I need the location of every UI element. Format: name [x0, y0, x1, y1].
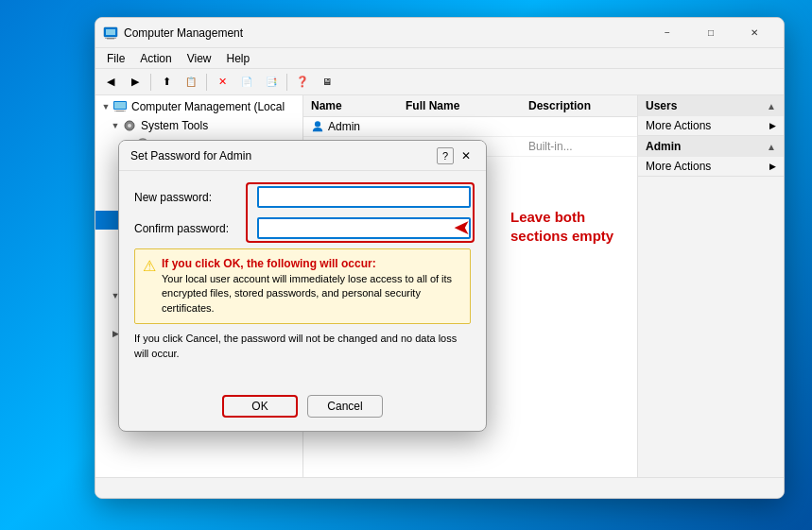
confirm-password-label: Confirm password:	[134, 222, 257, 235]
warning-icon: ⚠	[143, 257, 156, 316]
title-bar: Computer Management − □ ✕	[95, 18, 784, 48]
cancel-info-text: If you click Cancel, the password will n…	[134, 332, 471, 361]
submenu-arrow: ▶	[769, 121, 776, 130]
actions-panel: Users ▲ More Actions ▶ Admin ▲ More Acti…	[637, 95, 784, 477]
actions-header-admin: Admin ▲	[638, 136, 784, 157]
warning-box: ⚠ If you click OK, the following will oc…	[134, 248, 471, 324]
computer-icon	[112, 99, 128, 114]
table-header: Name Full Name Description	[303, 95, 637, 117]
svg-rect-7	[114, 111, 126, 112]
sidebar-label-computer-management: Computer Management (Local	[131, 100, 285, 113]
new-password-row: New password:	[134, 186, 471, 208]
menu-view[interactable]: View	[180, 50, 219, 67]
svg-rect-1	[106, 29, 115, 35]
expand-icon: ▼	[99, 102, 112, 111]
delete-button[interactable]: ✕	[211, 72, 233, 93]
user-row-icon	[311, 120, 324, 133]
new-password-label: New password:	[134, 191, 257, 204]
status-bar	[95, 477, 784, 498]
confirm-password-input[interactable]	[257, 217, 471, 239]
up-button[interactable]: ⬆	[155, 72, 178, 93]
menu-file[interactable]: File	[99, 50, 132, 67]
sidebar-item-computer-management[interactable]: ▼ Computer Management (Local	[95, 97, 302, 116]
dialog-controls: ? ✕	[437, 147, 475, 164]
col-header-description: Description	[528, 99, 630, 112]
window-controls: − □ ✕	[646, 18, 776, 48]
refresh-button[interactable]: 📑	[260, 72, 283, 93]
maximize-button[interactable]: □	[689, 18, 733, 48]
actions-header-users: Users ▲	[638, 95, 784, 116]
cell-name: Admin	[311, 120, 406, 133]
menu-action[interactable]: Action	[132, 50, 179, 67]
close-button[interactable]: ✕	[733, 18, 776, 48]
menu-bar: File Action View Help	[95, 48, 784, 69]
collapse-arrow: ▲	[767, 101, 776, 111]
app-icon	[103, 26, 118, 41]
warning-title: If you click OK, the following will occu…	[162, 257, 462, 270]
separator-3	[286, 74, 287, 91]
svg-point-35	[315, 121, 320, 127]
back-button[interactable]: ◀	[99, 72, 122, 93]
col-header-fullname: Full Name	[406, 99, 528, 112]
svg-rect-5	[114, 102, 126, 109]
expand-icon: ▼	[109, 121, 122, 130]
dialog-body: New password: Confirm password: ⚠ If you…	[119, 171, 486, 387]
table-row[interactable]: Admin	[303, 117, 637, 137]
actions-section-users: Users ▲ More Actions ▶	[638, 95, 784, 136]
actions-more-actions-admin[interactable]: More Actions ▶	[638, 157, 784, 176]
dialog-footer: OK Cancel	[119, 387, 486, 431]
window-title: Computer Management	[124, 26, 646, 40]
svg-point-9	[128, 124, 131, 128]
separator-1	[150, 74, 151, 91]
col-header-name: Name	[311, 99, 406, 112]
properties-button[interactable]: 📄	[235, 72, 258, 93]
confirm-password-row: Confirm password:	[134, 217, 471, 239]
toolbar: ◀ ▶ ⬆ 📋 ✕ 📄 📑 ❓ 🖥	[95, 69, 784, 95]
cancel-button[interactable]: Cancel	[307, 395, 383, 418]
forward-button[interactable]: ▶	[124, 72, 147, 93]
dialog-help-button[interactable]: ?	[437, 147, 454, 164]
help-button[interactable]: ❓	[291, 72, 314, 93]
submenu-arrow-2: ▶	[769, 162, 776, 171]
collapse-arrow-2: ▲	[767, 142, 776, 152]
sidebar-label-system-tools: System Tools	[141, 119, 208, 132]
separator-2	[206, 74, 207, 91]
dialog-close-button[interactable]: ✕	[458, 147, 475, 164]
warning-body: Your local user account will immediately…	[162, 272, 462, 316]
svg-rect-3	[105, 38, 116, 39]
tools-icon	[122, 118, 137, 133]
set-password-dialog: Set Password for Admin ? ✕ New password:…	[118, 140, 487, 432]
actions-more-actions-users[interactable]: More Actions ▶	[638, 116, 784, 135]
new-password-input[interactable]	[257, 186, 471, 208]
actions-section-admin: Admin ▲ More Actions ▶	[638, 136, 784, 177]
export-button[interactable]: 🖥	[316, 72, 338, 93]
ok-button[interactable]: OK	[222, 395, 298, 418]
sidebar-item-system-tools[interactable]: ▼ System Tools	[95, 116, 302, 135]
cell-description: Built-in...	[528, 140, 630, 153]
minimize-button[interactable]: −	[646, 18, 689, 48]
menu-help[interactable]: Help	[219, 50, 258, 67]
show-button[interactable]: 📋	[180, 72, 202, 93]
dialog-title-bar: Set Password for Admin ? ✕	[119, 141, 486, 171]
warning-content: If you click OK, the following will occu…	[162, 257, 462, 316]
dialog-title: Set Password for Admin	[130, 149, 437, 162]
